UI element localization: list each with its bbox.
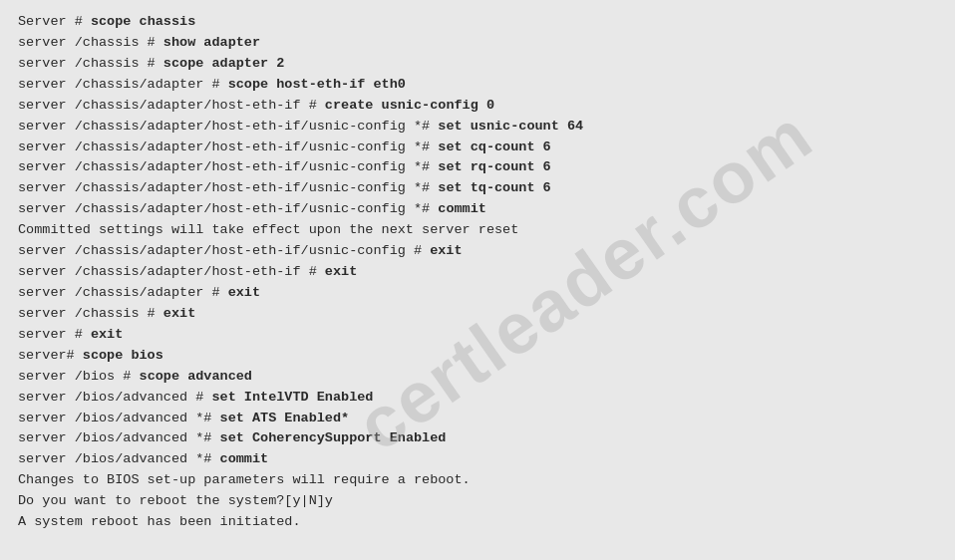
- terminal-command: scope chassis: [91, 14, 195, 29]
- terminal-line: server /chassis/adapter/host-eth-if/usni…: [18, 157, 937, 178]
- terminal-line: server /chassis # exit: [18, 304, 937, 325]
- terminal-line: server /bios/advanced *# commit: [18, 449, 937, 470]
- terminal-line: server /chassis/adapter/host-eth-if/usni…: [18, 117, 937, 138]
- terminal-command: create usnic-config 0: [325, 98, 494, 113]
- terminal-command: set IntelVTD Enabled: [211, 390, 373, 405]
- terminal-line: server /chassis # show adapter: [18, 33, 937, 54]
- terminal-command: scope host-eth-if eth0: [228, 77, 406, 92]
- terminal-command: set tq-count 6: [438, 180, 550, 195]
- terminal-command: scope adapter 2: [163, 56, 285, 71]
- terminal-line: server /chassis/adapter/host-eth-if/usni…: [18, 138, 937, 158]
- terminal-command: set usnic-count 64: [438, 119, 583, 134]
- terminal-line: server /chassis/adapter/host-eth-if # cr…: [18, 96, 937, 117]
- terminal-line: server /bios/advanced *# set CoherencySu…: [18, 428, 937, 449]
- terminal-line: Do you want to reboot the system?[y|N]y: [18, 491, 937, 512]
- terminal-command: exit: [228, 285, 260, 300]
- terminal-command: set rq-count 6: [438, 159, 550, 174]
- terminal-line: server # exit: [18, 325, 937, 346]
- terminal-line: server /chassis/adapter/host-eth-if # ex…: [18, 262, 937, 283]
- terminal-command: exit: [91, 327, 123, 342]
- terminal-command: exit: [163, 306, 195, 321]
- terminal-line: Committed settings will take effect upon…: [18, 220, 937, 241]
- terminal-command: commit: [438, 201, 486, 216]
- terminal-container: Server # scope chassisserver /chassis # …: [0, 0, 955, 560]
- terminal-line: server /chassis # scope adapter 2: [18, 54, 937, 75]
- terminal-command: set ATS Enabled*: [220, 411, 350, 425]
- terminal-command: show adapter: [163, 35, 260, 50]
- terminal-line: Server # scope chassis: [18, 12, 937, 33]
- terminal-line: server /chassis/adapter/host-eth-if/usni…: [18, 199, 937, 220]
- terminal-line: server /bios # scope advanced: [18, 367, 937, 388]
- terminal-line: Changes to BIOS set-up parameters will r…: [18, 470, 937, 491]
- terminal-line: server /bios/advanced *# set ATS Enabled…: [18, 409, 937, 429]
- terminal-line: server /chassis/adapter # exit: [18, 283, 937, 304]
- terminal-line: server /chassis/adapter # scope host-eth…: [18, 75, 937, 96]
- terminal-command: exit: [430, 243, 462, 258]
- terminal-output: Server # scope chassisserver /chassis # …: [18, 12, 937, 533]
- terminal-command: set CoherencySupport Enabled: [220, 430, 447, 445]
- terminal-line: server# scope bios: [18, 346, 937, 367]
- terminal-command: commit: [220, 451, 269, 466]
- terminal-line: server /bios/advanced # set IntelVTD Ena…: [18, 388, 937, 409]
- terminal-line: server /chassis/adapter/host-eth-if/usni…: [18, 241, 937, 262]
- terminal-command: scope bios: [83, 348, 163, 363]
- terminal-line: A system reboot has been initiated.: [18, 512, 937, 533]
- terminal-command: scope advanced: [140, 369, 252, 384]
- terminal-command: set cq-count 6: [438, 140, 550, 154]
- terminal-line: server /chassis/adapter/host-eth-if/usni…: [18, 178, 937, 199]
- terminal-command: exit: [325, 264, 357, 279]
